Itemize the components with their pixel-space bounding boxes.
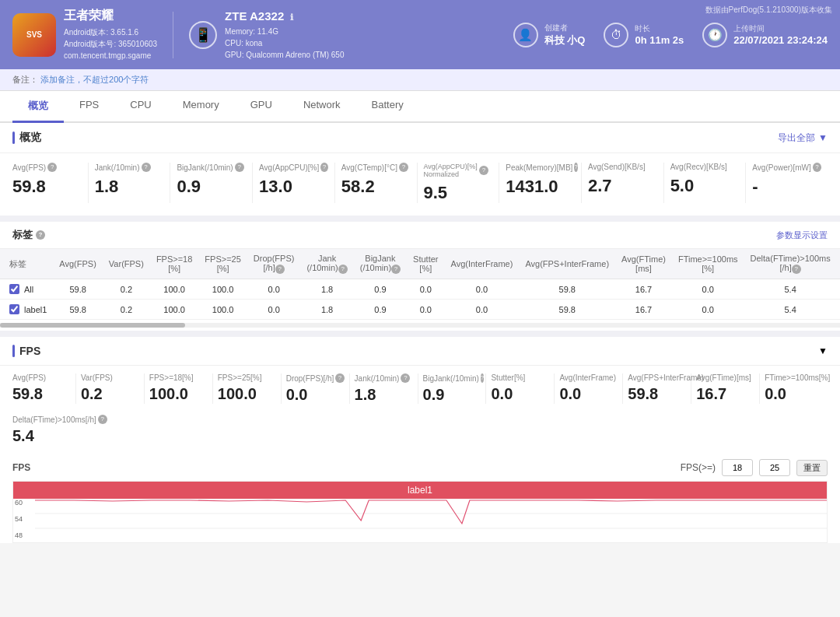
tab-memory[interactable]: Memory <box>167 91 235 123</box>
fps-section-title: FPS <box>12 345 40 357</box>
fps-stat-fps-interframe: Avg(FPS+InterFrame) 59.8 <box>623 373 691 404</box>
help-icon[interactable]: ? <box>479 166 488 175</box>
fps-stat-avg-value: 59.8 <box>12 385 71 403</box>
td-stutter-all: 0.0 <box>407 279 444 300</box>
tags-label: 标签 <box>12 228 33 242</box>
session-meta: 👤 创建者 科技 小Q ⏱ 时长 0h 11m 2s 🕐 上传时间 22/07/… <box>513 23 828 47</box>
help-icon[interactable]: ? <box>47 163 57 172</box>
fps-stat-25-label: FPS>=25[%] <box>218 373 276 382</box>
stat-send-value: 2.7 <box>588 176 657 196</box>
help-icon[interactable]: ? <box>142 163 151 172</box>
fps-sub-stat-value: 5.4 <box>12 427 828 445</box>
tab-battery[interactable]: Battery <box>356 91 419 123</box>
fps-stat-stutter: Stutter[%] 0.0 <box>486 373 555 404</box>
td-avg-fps-label1: 59.8 <box>53 300 102 320</box>
stat-jank: Jank(/10min)? 1.8 <box>89 163 171 203</box>
reset-button[interactable]: 重置 <box>796 460 828 476</box>
td-interframe-label1: 0.0 <box>445 300 520 320</box>
game-android-version: Android版本: 3.65.1.6 <box>64 26 157 38</box>
tab-cpu[interactable]: CPU <box>114 91 166 123</box>
help-icon[interactable]: ? <box>813 163 821 172</box>
game-package: com.tencent.tmgp.sgame <box>64 50 157 61</box>
th-fps-interframe: Avg(FPS+InterFrame) <box>519 249 615 279</box>
creator-block: 👤 创建者 科技 小Q <box>513 23 586 47</box>
fps-18-input[interactable] <box>722 459 753 476</box>
help-icon[interactable]: ? <box>98 415 107 424</box>
help-icon[interactable]: ? <box>792 265 801 274</box>
duration-value: 0h 11m 2s <box>635 34 684 46</box>
fps-collapse-icon[interactable]: ▼ <box>818 345 828 356</box>
tab-overview[interactable]: 概览 <box>12 91 64 123</box>
stat-ctemp: Avg(CTemp)[°C]? 58.2 <box>335 163 418 203</box>
tab-fps[interactable]: FPS <box>64 91 114 123</box>
device-cpu: CPU: kona <box>225 37 344 49</box>
upload-icon: 🕐 <box>702 23 727 47</box>
tags-help-icon[interactable]: ? <box>36 230 45 240</box>
upload-info: 上传时间 22/07/2021 23:24:24 <box>733 23 828 46</box>
stat-recv-value: 5.0 <box>670 176 740 196</box>
row-label1-checkbox[interactable] <box>9 304 19 314</box>
tags-table-scroll[interactable]: 标签 Avg(FPS) Var(FPS) FPS>=18[%] FPS>=25[… <box>0 249 840 320</box>
fps-stat-interframe: Avg(InterFrame) 0.0 <box>555 373 623 404</box>
fps-stat-ftime-value: 16.7 <box>696 385 754 403</box>
fps-stat-avg: Avg(FPS) 59.8 <box>12 373 76 404</box>
td-delta-ftime-label1: 5.4 <box>744 300 837 320</box>
fps-stat-fps-interframe-label: Avg(FPS+InterFrame) <box>628 373 686 382</box>
help-icon[interactable]: ? <box>574 163 577 172</box>
y-label-60: 60 <box>15 499 35 507</box>
stat-bigjank-value: 0.9 <box>177 177 246 197</box>
add-notes-link[interactable]: 添加备注，不超过200个字符 <box>40 75 149 84</box>
td-fps-interframe-label1: 59.8 <box>519 300 615 320</box>
help-icon[interactable]: ? <box>338 265 348 274</box>
game-name: 王者荣耀 <box>64 8 157 24</box>
help-icon[interactable]: ? <box>399 163 408 172</box>
stat-send: Avg(Send)[KB/s] 2.7 <box>582 163 664 203</box>
help-icon[interactable]: ? <box>391 265 401 274</box>
help-icon[interactable]: ? <box>481 373 484 383</box>
fps-stat-drop-label: Drop(FPS)[/h]? <box>286 373 345 383</box>
fps-section-header: FPS ▼ <box>0 337 840 366</box>
help-icon[interactable]: ? <box>401 373 410 383</box>
fps-chart-area: FPS FPS(>=) 重置 label1 60 54 48 <box>0 456 840 543</box>
fps-stat-var-value: 0.2 <box>81 385 139 403</box>
th-interframe: Avg(InterFrame) <box>445 249 520 279</box>
stat-avg-fps-label: Avg(FPS)? <box>12 163 82 172</box>
chart-series-label: label1 <box>13 482 827 499</box>
td-fps25-all: 100.0 <box>198 279 247 300</box>
help-icon[interactable]: ? <box>335 373 344 383</box>
tags-section: 标签 ? 参数显示设置 标签 Avg(FPS) Var(FPS) FPS>=18… <box>0 222 840 337</box>
tab-network[interactable]: Network <box>288 91 356 123</box>
row-all-checkbox[interactable] <box>9 284 19 294</box>
td-fps18-all: 100.0 <box>150 279 198 300</box>
stat-appcpu-norm-value: 9.5 <box>424 183 493 203</box>
stat-avg-fps: Avg(FPS)? 59.8 <box>12 163 89 203</box>
duration-icon: ⏱ <box>604 23 628 47</box>
td-bigjank-label1: 0.9 <box>354 300 407 320</box>
help-icon[interactable]: ? <box>320 163 328 172</box>
tab-gpu[interactable]: GPU <box>235 91 288 123</box>
y-label-54: 54 <box>15 515 35 523</box>
td-bigjank-all: 0.9 <box>354 279 407 300</box>
stat-ctemp-value: 58.2 <box>341 177 411 197</box>
td-var-fps-all: 0.2 <box>103 279 150 300</box>
device-gpu: GPU: Qualcomm Adreno (TM) 650 <box>225 49 344 61</box>
horizontal-scrollbar[interactable] <box>0 323 840 328</box>
row-all-label: All <box>24 285 33 294</box>
creator-icon: 👤 <box>513 23 538 47</box>
stat-appcpu: Avg(AppCPU)[%]? 13.0 <box>253 163 335 203</box>
fps-stat-stutter-value: 0.0 <box>491 385 549 403</box>
params-display-link[interactable]: 参数显示设置 <box>776 230 828 241</box>
help-icon[interactable]: ? <box>235 163 244 172</box>
device-memory: Memory: 11.4G <box>225 26 344 37</box>
fps-sub-stat-label: Delta(FTime)>100ms[/h]? <box>12 415 828 424</box>
duration-block: ⏱ 时长 0h 11m 2s <box>604 23 684 47</box>
overview-header: 概览 导出全部 ▼ <box>0 123 840 153</box>
fps-25-input[interactable] <box>759 459 790 476</box>
export-button[interactable]: 导出全部 ▼ <box>778 131 828 145</box>
creator-info: 创建者 科技 小Q <box>544 23 586 47</box>
stat-jank-value: 1.8 <box>95 177 164 197</box>
help-icon[interactable]: ? <box>275 265 285 274</box>
device-icon: 📱 <box>189 21 217 49</box>
stat-recv-label: Avg(Recv)[KB/s] <box>670 163 740 171</box>
th-avg-fps: Avg(FPS) <box>53 249 102 279</box>
